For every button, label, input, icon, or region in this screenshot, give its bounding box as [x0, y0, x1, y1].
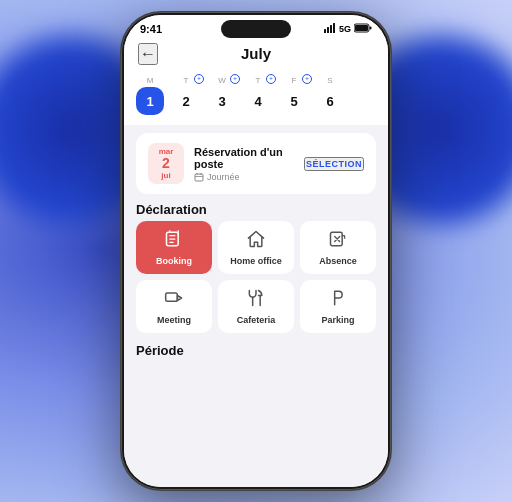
day-number: 1	[136, 87, 164, 115]
reservation-card: mar 2 jui Réservation d'un poste	[136, 133, 376, 194]
status-icons: 5G	[324, 23, 372, 35]
reservation-title: Réservation d'un poste	[194, 146, 294, 170]
day-label: M	[147, 76, 154, 85]
selection-button[interactable]: SÉLECTION	[304, 157, 364, 171]
date-num: 2	[155, 156, 177, 171]
battery-icon	[354, 23, 372, 35]
decl-label-absence: Absence	[319, 256, 357, 266]
day-label: T	[184, 76, 189, 85]
svg-rect-1	[327, 27, 329, 33]
svg-rect-5	[355, 25, 368, 31]
booking-icon	[164, 229, 184, 252]
svg-rect-0	[324, 29, 326, 33]
decl-card-cafeteria[interactable]: Cafeteria	[218, 280, 294, 333]
network-type: 5G	[339, 24, 351, 34]
svg-rect-2	[330, 25, 332, 33]
declaration-grid: Booking Home office Absence Meeting Cafe…	[136, 221, 376, 333]
svg-rect-3	[333, 23, 335, 33]
decl-card-home-office[interactable]: Home office	[218, 221, 294, 274]
day-label: W	[218, 76, 226, 85]
decl-label-parking: Parking	[321, 315, 354, 325]
parking-icon	[328, 288, 348, 311]
decl-label-cafeteria: Cafeteria	[237, 315, 276, 325]
periode-section: Période	[136, 343, 376, 362]
content-area: mar 2 jui Réservation d'un poste	[124, 125, 388, 487]
plus-badge: +	[302, 74, 312, 84]
svg-rect-13	[166, 293, 178, 301]
decl-card-meeting[interactable]: Meeting	[136, 280, 212, 333]
calendar-strip: M1T2+W3+T4+F5+S6	[124, 70, 388, 125]
back-button[interactable]: ←	[138, 43, 158, 65]
calendar-day-4[interactable]: T4+	[242, 76, 274, 115]
phone-screen: 9:41 5G	[124, 15, 388, 487]
calendar-day-2[interactable]: T2+	[170, 76, 202, 115]
calendar-day-5[interactable]: F5+	[278, 76, 310, 115]
plus-badge: +	[230, 74, 240, 84]
decl-label-booking: Booking	[156, 256, 192, 266]
calendar-day-6[interactable]: S6	[314, 76, 346, 115]
absence-icon	[328, 229, 348, 252]
cafeteria-icon	[246, 288, 266, 311]
svg-rect-6	[370, 27, 372, 30]
header: ← July	[124, 39, 388, 70]
date-badge: mar 2 jui	[148, 143, 184, 184]
page-title: July	[241, 45, 271, 62]
declaration-title: Déclaration	[136, 202, 376, 217]
day-label: F	[292, 76, 297, 85]
day-number: 5	[280, 87, 308, 115]
plus-badge: +	[194, 74, 204, 84]
day-label: S	[327, 76, 332, 85]
meeting-icon	[164, 288, 184, 311]
svg-rect-7	[195, 174, 203, 181]
dynamic-island	[221, 20, 291, 38]
signal-bars-icon	[324, 23, 336, 35]
reservation-sub-label: Journée	[207, 172, 240, 182]
date-month: jui	[155, 171, 177, 180]
phone-wrapper: 9:41 5G	[121, 12, 391, 490]
days-row: M1T2+W3+T4+F5+S6	[134, 76, 378, 115]
decl-label-home-office: Home office	[230, 256, 282, 266]
periode-title: Période	[136, 343, 376, 358]
home-icon	[246, 229, 266, 252]
calendar-day-1[interactable]: M1	[134, 76, 166, 115]
day-number: 6	[316, 87, 344, 115]
day-label: T	[256, 76, 261, 85]
decl-label-meeting: Meeting	[157, 315, 191, 325]
calendar-icon	[194, 172, 204, 182]
calendar-day-3[interactable]: W3+	[206, 76, 238, 115]
reservation-sub: Journée	[194, 172, 294, 182]
day-number: 3	[208, 87, 236, 115]
plus-badge: +	[266, 74, 276, 84]
day-number: 4	[244, 87, 272, 115]
day-number: 2	[172, 87, 200, 115]
decl-card-booking[interactable]: Booking	[136, 221, 212, 274]
decl-card-parking[interactable]: Parking	[300, 280, 376, 333]
declaration-section: Déclaration Booking Home office Absence …	[136, 202, 376, 333]
reservation-info: Réservation d'un poste Journée	[194, 146, 294, 182]
phone-frame: 9:41 5G	[121, 12, 391, 490]
status-time: 9:41	[140, 23, 162, 35]
decl-card-absence[interactable]: Absence	[300, 221, 376, 274]
